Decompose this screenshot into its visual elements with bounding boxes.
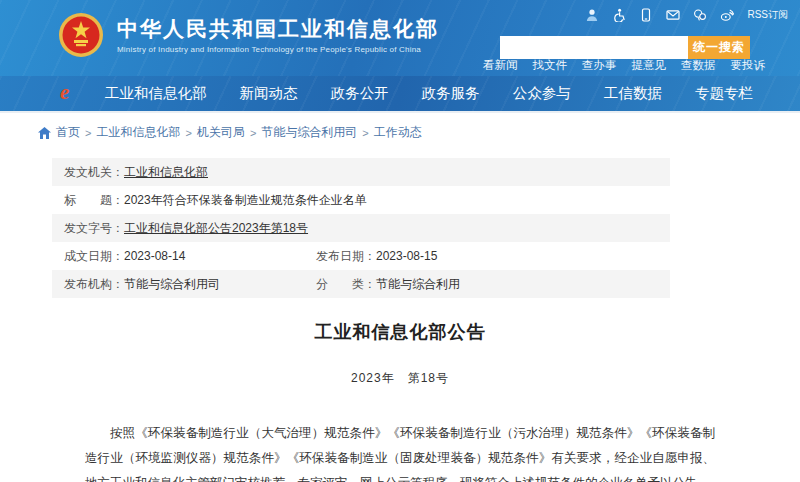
meta-label: 成文日期： (64, 242, 124, 270)
search-input[interactable] (500, 36, 688, 59)
article-paragraph: 按照《环保装备制造行业（大气治理）规范条件》《环保装备制造行业（污水治理）规范条… (85, 421, 715, 482)
quick-link-news[interactable]: 看新闻 (483, 58, 518, 73)
mobile-icon[interactable] (639, 8, 653, 22)
search-bar: 统一搜索 (500, 36, 750, 59)
meta-col-written-date: 成文日期： 2023-08-14 (64, 242, 316, 270)
meta-row-doc-number: 发文字号： 工业和信息化部公告2023年第18号 (52, 214, 670, 242)
accessibility-icon[interactable] (612, 8, 626, 22)
meta-row-issuing-authority: 发文机关： 工业和信息化部 (52, 158, 670, 186)
meta-row-title: 标 题： 2023年符合环保装备制造业规范条件企业名单 (52, 186, 670, 214)
wechat-icon[interactable] (693, 8, 707, 22)
meta-value-doc-number[interactable]: 工业和信息化部公告2023年第18号 (124, 214, 308, 242)
breadcrumb-energy-dept[interactable]: 节能与综合利用司 (261, 124, 357, 141)
quick-link-complaint[interactable]: 要投诉 (731, 58, 766, 73)
main-nav: e 工业和信息化部 新闻动态 政务公开 政务服务 公众参与 工信数据 专题专栏 (0, 76, 800, 113)
breadcrumb-home[interactable]: 首页 (56, 124, 80, 141)
meta-label: 发布机构： (64, 270, 124, 298)
document-metadata: 发文机关： 工业和信息化部 标 题： 2023年符合环保装备制造业规范条件企业名… (52, 158, 670, 298)
nav-item-news[interactable]: 新闻动态 (240, 84, 298, 103)
meta-label: 标 题： (64, 186, 124, 214)
nav-item-it-data[interactable]: 工信数据 (604, 84, 662, 103)
weibo-icon[interactable] (720, 8, 734, 22)
breadcrumb-separator: > (185, 127, 191, 139)
national-emblem-icon (58, 12, 104, 58)
meta-value-issuing-authority[interactable]: 工业和信息化部 (124, 158, 208, 186)
meta-label: 发布日期： (316, 242, 376, 270)
nav-items: 工业和信息化部 新闻动态 政务公开 政务服务 公众参与 工信数据 专题专栏 (105, 84, 753, 103)
article-doc-number: 2023年 第18号 (0, 370, 800, 387)
site-title-block: 中华人民共和国工业和信息化部 Ministry of Industry and … (117, 16, 439, 54)
quick-link-services[interactable]: 查办事 (582, 58, 617, 73)
meta-value-title: 2023年符合环保装备制造业规范条件企业名单 (124, 186, 367, 214)
breadcrumb: 首页 > 工业和信息化部 > 机关司局 > 节能与综合利用司 > 工作动态 (38, 124, 800, 141)
site-header: 中华人民共和国工业和信息化部 Ministry of Industry and … (0, 0, 800, 76)
breadcrumb-separator: > (250, 127, 256, 139)
nav-item-miit[interactable]: 工业和信息化部 (105, 84, 207, 103)
page-content: 首页 > 工业和信息化部 > 机关司局 > 节能与综合利用司 > 工作动态 发文… (0, 113, 800, 482)
meta-value-written-date: 2023-08-14 (124, 242, 185, 270)
quick-link-documents[interactable]: 找文件 (533, 58, 568, 73)
meta-value-publish-date: 2023-08-15 (376, 242, 437, 270)
breadcrumb-separator: > (362, 127, 368, 139)
nav-item-gov-info[interactable]: 政务公开 (331, 84, 389, 103)
meta-value-publisher: 节能与综合利用司 (124, 270, 220, 298)
article-body: 按照《环保装备制造行业（大气治理）规范条件》《环保装备制造行业（污水治理）规范条… (85, 421, 715, 482)
quick-link-opinions[interactable]: 提意见 (632, 58, 667, 73)
topbar-icons: RSS订阅 (585, 8, 788, 22)
breadcrumb-miit[interactable]: 工业和信息化部 (96, 124, 180, 141)
site-logo-block[interactable]: 中华人民共和国工业和信息化部 Ministry of Industry and … (58, 12, 439, 58)
meta-label: 发文机关： (64, 158, 124, 186)
miit-e-logo-icon: e (60, 80, 69, 105)
breadcrumb-work-news[interactable]: 工作动态 (374, 124, 422, 141)
nav-item-public-participation[interactable]: 公众参与 (513, 84, 571, 103)
rss-subscribe-link[interactable]: RSS订阅 (747, 8, 788, 22)
nav-item-special-columns[interactable]: 专题专栏 (695, 84, 753, 103)
breadcrumb-separator: > (85, 127, 91, 139)
unified-search-button[interactable]: 统一搜索 (688, 36, 750, 59)
meta-label: 发文字号： (64, 214, 124, 242)
home-icon[interactable] (38, 127, 51, 139)
meta-row-dates: 成文日期： 2023-08-14 发布日期： 2023-08-15 (52, 242, 670, 270)
quick-links: 看新闻 找文件 查办事 提意见 查数据 要投诉 (483, 58, 765, 73)
meta-value-category: 节能与综合利用 (376, 270, 460, 298)
meta-row-publisher: 发布机构： 节能与综合利用司 分 类： 节能与综合利用 (52, 270, 670, 298)
meta-label: 分 类： (316, 270, 376, 298)
user-icon[interactable] (585, 8, 599, 22)
breadcrumb-departments[interactable]: 机关司局 (197, 124, 245, 141)
nav-item-gov-services[interactable]: 政务服务 (422, 84, 480, 103)
quick-link-data[interactable]: 查数据 (681, 58, 716, 73)
article-title: 工业和信息化部公告 (0, 320, 800, 344)
site-subtitle: Ministry of Industry and Information Tec… (117, 45, 439, 54)
site-title: 中华人民共和国工业和信息化部 (117, 16, 439, 42)
mail-icon[interactable] (666, 8, 680, 22)
meta-col-publisher: 发布机构： 节能与综合利用司 (64, 270, 316, 298)
